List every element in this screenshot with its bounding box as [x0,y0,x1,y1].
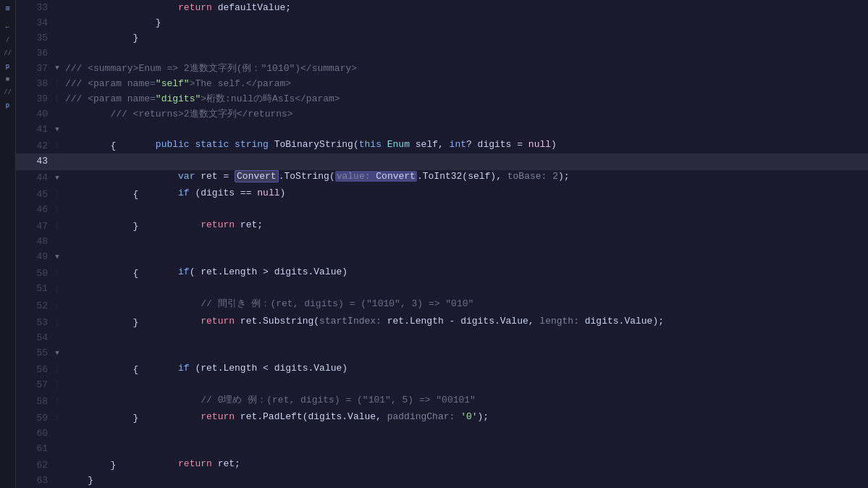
line-number-60: 60 [16,426,52,441]
code-line-58: 58 │ return ret.PadLeft(digits.Value, pa… [16,394,868,411]
line-number-51: 51 [16,281,52,298]
code-line-53: 53 │ } [16,315,868,330]
line-content-52: return ret.Substring(startIndex: ret.Len… [62,298,868,315]
line-content-45: { [62,187,868,202]
line-number-35: 35 [16,30,52,46]
line-content-63: } [62,473,868,488]
line-content-40: /// <returns>2進数文字列</returns> [62,106,868,122]
code-line-42: 42 │ { [16,138,868,153]
line-number-63: 63 [16,473,52,488]
fold-56: │ [52,362,62,377]
fold-58: │ [52,394,62,411]
fold-43: │ [52,153,62,170]
line-number-37: 37 [16,61,52,76]
line-number-55: 55 [16,345,52,362]
line-content-33: return defaultValue; [62,0,868,15]
line-content-58: return ret.PadLeft(digits.Value, padding… [62,394,868,411]
line-number-36: 36 [16,46,52,61]
code-line-41: 41 ▼ public static string ToBinaryString… [16,122,868,138]
line-number-48: 48 [16,234,52,249]
sidebar-icon-7: // [2,87,14,98]
line-content-37: /// <summary>Enum => 2進数文字列(例："1010")</s… [62,61,868,76]
fold-36 [52,46,62,61]
code-line-47: 47 │ } [16,219,868,234]
fold-54 [52,330,62,345]
code-line-62: 62 } [16,458,868,473]
line-number-41: 41 [16,122,52,138]
code-line-59: 59 │ } [16,411,868,426]
fold-52: │ [52,298,62,315]
code-line-55: 55 ▼ if (ret.Length < digits.Value) [16,345,868,362]
sidebar-icon-3: / [2,35,14,46]
fold-50: │ [52,266,62,281]
code-line-45: 45 │ { [16,187,868,202]
line-number-34: 34 [16,15,52,30]
line-number-62: 62 [16,458,52,473]
line-number-56: 56 [16,362,52,377]
line-content-53: } [62,315,868,330]
fold-40 [52,106,62,122]
line-content-46: return ret; [62,202,868,219]
line-number-54: 54 [16,330,52,345]
sidebar-icon-8: p [2,100,14,112]
line-number-57: 57 [16,377,52,394]
fold-49[interactable]: ▼ [52,249,62,266]
line-number-40: 40 [16,106,52,122]
line-number-44: 44 [16,170,52,187]
line-content-51: // 間引き 例：(ret, digits) = ("1010", 3) => … [62,281,868,298]
line-content-60 [62,426,868,441]
fold-37[interactable]: ▼ [52,61,62,76]
line-content-35: } [62,30,868,46]
code-line-35: 35 } [16,30,868,46]
line-number-38: 38 [16,76,52,91]
line-content-47: } [62,219,868,234]
code-line-43: 43 │ var ret = Convert.ToString(value: C… [16,153,868,170]
line-number-49: 49 [16,249,52,266]
fold-34 [52,15,62,30]
line-number-39: 39 [16,91,52,106]
fold-41[interactable]: ▼ [52,122,62,138]
code-line-46: 46 │ return ret; [16,202,868,219]
code-line-57: 57 │ // 0埋め 例：(ret, digits) = ("101", 5)… [16,377,868,394]
line-content-57: // 0埋め 例：(ret, digits) = ("101", 5) => "… [62,377,868,394]
line-number-43: 43 [16,153,52,170]
code-line-50: 50 │ { [16,266,868,281]
code-line-51: 51 │ // 間引き 例：(ret, digits) = ("1010", 3… [16,281,868,298]
fold-59: │ [52,411,62,426]
line-content-48 [62,234,868,249]
code-line-49: 49 ▼ if( ret.Length > digits.Value) [16,249,868,266]
fold-55[interactable]: ▼ [52,345,62,362]
fold-48 [52,234,62,249]
line-number-53: 53 [16,315,52,330]
line-content-44: if (digits == null) [62,170,868,187]
code-line-60: 60 [16,426,868,441]
line-number-61: 61 [16,441,52,458]
line-content-56: { [62,362,868,377]
sidebar-icon-6: ■ [2,74,14,85]
fold-46: │ [52,202,62,219]
line-content-55: if (ret.Length < digits.Value) [62,345,868,362]
code-line-39: 39 │ /// <param name="digits">桁数:nullの時A… [16,91,868,106]
line-content-39: /// <param name="digits">桁数:nullの時AsIs</… [62,91,868,106]
line-number-46: 46 [16,202,52,219]
fold-60 [52,426,62,441]
fold-38: │ [52,76,62,91]
code-line-54: 54 [16,330,868,345]
code-area: 33 return defaultValue; 34 } 35 } 36 [16,0,868,488]
line-number-52: 52 [16,298,52,315]
fold-57: │ [52,377,62,394]
code-line-37: 37 ▼ /// <summary>Enum => 2進数文字列(例："1010… [16,61,868,76]
editor-container: ≡ ← / // p ■ // p 33 return defaultValue… [0,0,868,488]
line-number-45: 45 [16,187,52,202]
fold-33 [52,0,62,15]
fold-62 [52,458,62,473]
line-number-33: 33 [16,0,52,15]
sidebar-icon-4: // [2,48,14,59]
code-line-36: 36 [16,46,868,61]
sidebar-icon-1: ≡ [2,3,14,14]
fold-44[interactable]: ▼ [52,170,62,187]
fold-61 [52,441,62,458]
fold-45: │ [52,187,62,202]
line-content-42: { [62,138,868,153]
fold-42: │ [52,138,62,153]
